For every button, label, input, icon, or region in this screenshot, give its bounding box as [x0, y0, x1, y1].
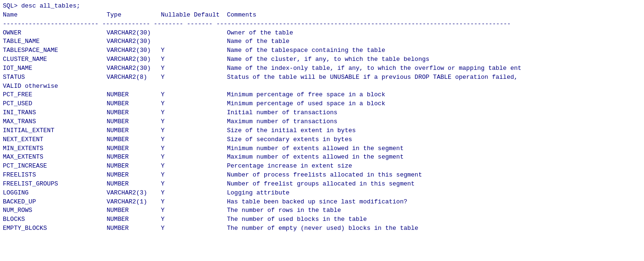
cell-type: NUMBER [107, 109, 161, 118]
cell-type: NUMBER [107, 171, 161, 180]
cell-nullable: Y [161, 126, 194, 135]
cell-comments: Maximum number of transactions [227, 118, 337, 126]
cell-type: NUMBER [107, 100, 161, 109]
table-row: FREELIST_GROUPSNUMBERYNumber of freelist… [3, 180, 641, 189]
cell-nullable: Y [161, 100, 194, 109]
cell-default [194, 46, 227, 55]
cell-comments: Initial number of transactions [227, 109, 337, 118]
cell-name: MAX_TRANS [3, 118, 107, 126]
cell-comments: Logging attribute [227, 189, 290, 198]
cell-name: MAX_EXTENTS [3, 153, 107, 162]
cell-nullable: Y [161, 206, 194, 215]
cell-type: VARCHAR2(8) [107, 73, 161, 82]
table-row: BLOCKSNUMBERYThe number of used blocks i… [3, 215, 641, 224]
cell-default [194, 64, 227, 73]
cell-default [194, 162, 227, 171]
cell-name: TABLE_NAME [3, 37, 107, 46]
table-row: FREELISTSNUMBERYNumber of process freeli… [3, 171, 641, 180]
cell-name: CLUSTER_NAME [3, 55, 107, 64]
cell-type: NUMBER [107, 162, 161, 171]
cell-default [194, 144, 227, 153]
table-row: NUM_ROWSNUMBERYThe number of rows in the… [3, 206, 641, 215]
table-row: EMPTY_BLOCKSNUMBERYThe number of empty (… [3, 224, 641, 233]
header-nullable: Nullable [161, 11, 194, 20]
cell-name: BACKED_UP [3, 198, 107, 207]
cell-comments: Minimum percentage of free space in a bl… [227, 91, 385, 100]
cell-name: MIN_EXTENTS [3, 144, 107, 153]
cell-nullable: Y [161, 73, 194, 82]
cell-name: FREELISTS [3, 171, 107, 180]
cell-type [107, 82, 161, 91]
cell-nullable [161, 82, 194, 91]
table-row: INITIAL_EXTENTNUMBERYSize of the initial… [3, 126, 641, 135]
column-headers: NameTypeNullableDefaultComments [3, 11, 641, 20]
table-row: TABLESPACE_NAMEVARCHAR2(30)YName of the … [3, 46, 641, 55]
cell-name: NUM_ROWS [3, 206, 107, 215]
cell-name: STATUS [3, 73, 107, 82]
cell-comments: Percentage increase in extent size [227, 162, 352, 171]
cell-type: NUMBER [107, 91, 161, 100]
cell-default [194, 153, 227, 162]
cell-type: VARCHAR2(1) [107, 198, 161, 207]
table-row: CLUSTER_NAMEVARCHAR2(30)YName of the clu… [3, 55, 641, 64]
cell-comments: The number of used blocks in the table [227, 215, 367, 224]
cell-comments: Number of process freelists allocated in… [227, 171, 422, 180]
cell-default [194, 135, 227, 144]
table-row: TABLE_NAMEVARCHAR2(30)Name of the table [3, 37, 641, 46]
cell-comments: Number of freelist groups allocated in t… [227, 180, 415, 189]
cell-name: IOT_NAME [3, 64, 107, 73]
cell-default [194, 73, 227, 82]
cell-type: NUMBER [107, 118, 161, 126]
cell-name: PCT_FREE [3, 91, 107, 100]
cell-nullable: Y [161, 118, 194, 126]
cell-type: NUMBER [107, 153, 161, 162]
cell-type: VARCHAR2(30) [107, 29, 161, 38]
cell-default [194, 91, 227, 100]
cell-name: EMPTY_BLOCKS [3, 224, 107, 233]
cell-type: NUMBER [107, 224, 161, 233]
cell-nullable: Y [161, 135, 194, 144]
cell-default [194, 126, 227, 135]
cell-name: BLOCKS [3, 215, 107, 224]
cell-default [194, 180, 227, 189]
cell-default [194, 215, 227, 224]
cell-comments: Minimum percentage of used space in a bl… [227, 100, 385, 109]
cell-comments: Name of the table [227, 37, 290, 46]
table-row: BACKED_UPVARCHAR2(1)YHas table been back… [3, 198, 641, 207]
cell-type: VARCHAR2(30) [107, 46, 161, 55]
cell-comments: Size of the initial extent in bytes [227, 126, 356, 135]
cell-type: NUMBER [107, 206, 161, 215]
table-row: PCT_INCREASENUMBERYPercentage increase i… [3, 162, 641, 171]
cell-nullable: Y [161, 171, 194, 180]
cell-default [194, 29, 227, 38]
table-row: INI_TRANSNUMBERYInitial number of transa… [3, 109, 641, 118]
cell-type: NUMBER [107, 135, 161, 144]
cell-nullable [161, 29, 194, 38]
cell-nullable: Y [161, 162, 194, 171]
table-row: OWNERVARCHAR2(30)Owner of the table [3, 29, 641, 38]
cell-default [194, 189, 227, 198]
cell-nullable: Y [161, 198, 194, 207]
cell-default [194, 37, 227, 46]
cell-default [194, 82, 227, 91]
cell-nullable: Y [161, 109, 194, 118]
cell-nullable: Y [161, 215, 194, 224]
cell-comments: Name of the index-only table, if any, to… [227, 64, 521, 73]
cell-default [194, 171, 227, 180]
cell-comments: Has table been backed up since last modi… [227, 198, 407, 207]
cell-type: NUMBER [107, 126, 161, 135]
cell-name: OWNER [3, 29, 107, 38]
table-row: MAX_TRANSNUMBERYMaximum number of transa… [3, 118, 641, 126]
cell-name: PCT_INCREASE [3, 162, 107, 171]
cell-default [194, 118, 227, 126]
header-type: Type [107, 11, 161, 20]
cell-comments: Name of the cluster, if any, to which th… [227, 55, 429, 64]
header-default: Default [194, 11, 227, 20]
cell-comments: Status of the table will be UNUSABLE if … [227, 73, 518, 82]
cell-comments: Owner of the table [227, 29, 293, 38]
cell-comments: The number of rows in the table [227, 206, 341, 215]
sql-command: SQL> desc all_tables; [3, 2, 641, 11]
cell-default [194, 206, 227, 215]
table-row: NEXT_EXTENTNUMBERYSize of secondary exte… [3, 135, 641, 144]
cell-default [194, 109, 227, 118]
